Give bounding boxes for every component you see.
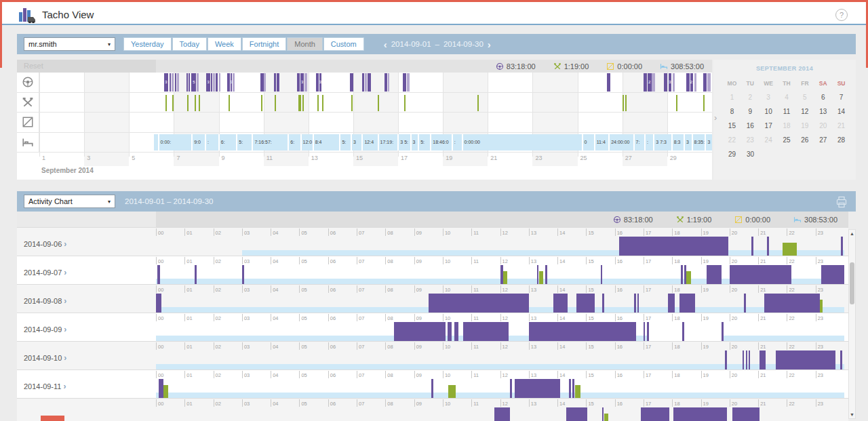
day-label[interactable]: 2014-09-08 ›: [24, 296, 66, 306]
work-bar[interactable]: [623, 95, 624, 111]
driving-bar[interactable]: [384, 73, 387, 92]
expand-day-icon[interactable]: ›: [64, 296, 66, 306]
scrollbar-thumb[interactable]: [850, 262, 854, 304]
driving-bar[interactable]: [233, 73, 235, 92]
work-bar[interactable]: [229, 95, 230, 111]
driving-segment[interactable]: [682, 322, 684, 341]
driving-bar[interactable]: 2: [648, 73, 652, 92]
driving-bar[interactable]: 3: [231, 73, 233, 92]
reset-button[interactable]: Reset: [17, 60, 156, 73]
driving-bar[interactable]: [170, 73, 172, 92]
driving-bar[interactable]: [652, 73, 654, 92]
day-label[interactable]: 2014-09-09 ›: [24, 325, 66, 334]
driving-segment[interactable]: [637, 294, 639, 313]
driving-segment[interactable]: [529, 322, 637, 341]
driving-segment[interactable]: [394, 322, 446, 341]
work-segment[interactable]: [783, 243, 797, 256]
work-segment[interactable]: [448, 385, 456, 398]
work-bar[interactable]: [322, 95, 323, 111]
driving-bar[interactable]: 2:3: [690, 73, 693, 92]
driving-bar[interactable]: [673, 73, 675, 92]
driving-segment[interactable]: [730, 265, 791, 284]
driving-bar[interactable]: 3: [669, 73, 672, 92]
driving-segment[interactable]: [821, 265, 844, 284]
print-icon[interactable]: [835, 196, 848, 208]
driving-segment[interactable]: [746, 350, 748, 369]
month-plot[interactable]: 353333232:30:00:9:0:6:5:7:16:57:6:12:08:…: [39, 73, 712, 153]
driving-bar[interactable]: [219, 73, 220, 92]
calendar-day-14[interactable]: 14: [832, 104, 850, 119]
work-segment[interactable]: [503, 271, 507, 284]
work-bar[interactable]: [165, 95, 167, 111]
day-bars[interactable]: [156, 237, 844, 256]
driving-segment[interactable]: [722, 322, 724, 341]
driving-bar[interactable]: [227, 73, 230, 92]
calendar-day-13[interactable]: 13: [814, 104, 832, 119]
driving-segment[interactable]: [572, 379, 574, 398]
expand-day-icon[interactable]: ›: [64, 325, 66, 334]
driving-bar[interactable]: [365, 73, 367, 92]
work-segment[interactable]: [686, 271, 690, 284]
driving-bar[interactable]: [264, 73, 266, 92]
driving-segment[interactable]: [545, 265, 547, 284]
driving-bar[interactable]: [694, 73, 696, 92]
driving-segment[interactable]: [751, 237, 753, 256]
calendar-day-6[interactable]: 6: [814, 90, 832, 104]
driving-segment[interactable]: [463, 322, 509, 341]
help-icon[interactable]: ?: [835, 9, 848, 21]
driving-bar[interactable]: [186, 73, 188, 92]
driving-bar[interactable]: [403, 73, 406, 92]
range-button-yesterday[interactable]: Yesterday: [123, 37, 172, 51]
calendar-day-16[interactable]: 16: [741, 119, 760, 133]
driving-bar[interactable]: [177, 73, 178, 92]
driving-segment[interactable]: [602, 407, 604, 421]
day-label[interactable]: 2014-09-07 ›: [24, 268, 66, 277]
driving-bar[interactable]: [274, 73, 276, 92]
work-bar[interactable]: [351, 95, 353, 111]
driving-bar[interactable]: [407, 73, 409, 92]
driving-bar[interactable]: [607, 73, 610, 92]
driving-segment[interactable]: [157, 265, 160, 284]
driving-segment[interactable]: [448, 322, 452, 341]
work-bar[interactable]: [703, 95, 705, 111]
day-label[interactable]: 2014-09-10 ›: [24, 353, 66, 363]
work-bar[interactable]: [199, 95, 200, 111]
driving-bar[interactable]: [644, 73, 647, 92]
driving-segment[interactable]: [764, 294, 820, 313]
work-bar[interactable]: [275, 95, 276, 111]
driving-bar[interactable]: [297, 73, 300, 92]
work-bar[interactable]: [676, 95, 677, 111]
driving-bar[interactable]: [277, 73, 280, 92]
range-button-fortnight[interactable]: Fortnight: [242, 37, 286, 51]
calendar-day-11[interactable]: 11: [778, 104, 796, 119]
expand-day-icon[interactable]: ›: [64, 239, 66, 249]
driving-bar[interactable]: [368, 73, 370, 92]
driving-bar[interactable]: 3: [206, 73, 210, 92]
calendar-day-7[interactable]: 7: [832, 90, 850, 104]
driving-segment[interactable]: [510, 379, 512, 398]
day-label[interactable]: 2014-09-11 ›: [24, 382, 66, 391]
calendar-day-8[interactable]: 8: [723, 104, 741, 119]
driving-segment[interactable]: [647, 322, 649, 341]
driving-segment[interactable]: [841, 237, 843, 256]
calendar-day-28[interactable]: 28: [832, 133, 850, 147]
prev-range-icon[interactable]: ‹: [384, 41, 387, 48]
work-bar[interactable]: [172, 95, 174, 111]
driving-segment[interactable]: [776, 350, 836, 369]
driving-bar[interactable]: 3: [300, 73, 304, 92]
driving-bar[interactable]: [197, 73, 199, 92]
scroll-up-icon[interactable]: ▲: [849, 231, 855, 236]
driving-bar[interactable]: [189, 73, 190, 92]
calendar-day-27[interactable]: 27: [814, 133, 832, 147]
calendar-day-25[interactable]: 25: [778, 133, 796, 147]
driving-bar[interactable]: [175, 73, 176, 92]
driving-segment[interactable]: [195, 265, 197, 284]
calendar-day-9[interactable]: 9: [741, 104, 760, 119]
driving-segment[interactable]: [576, 294, 595, 313]
driving-segment[interactable]: [569, 379, 571, 398]
scroll-down-icon[interactable]: ▼: [849, 412, 855, 417]
work-segment[interactable]: [163, 385, 168, 398]
day-label[interactable]: 2014-09-06 ›: [24, 239, 66, 249]
driving-segment[interactable]: [707, 265, 722, 284]
driving-bar[interactable]: [260, 73, 264, 92]
